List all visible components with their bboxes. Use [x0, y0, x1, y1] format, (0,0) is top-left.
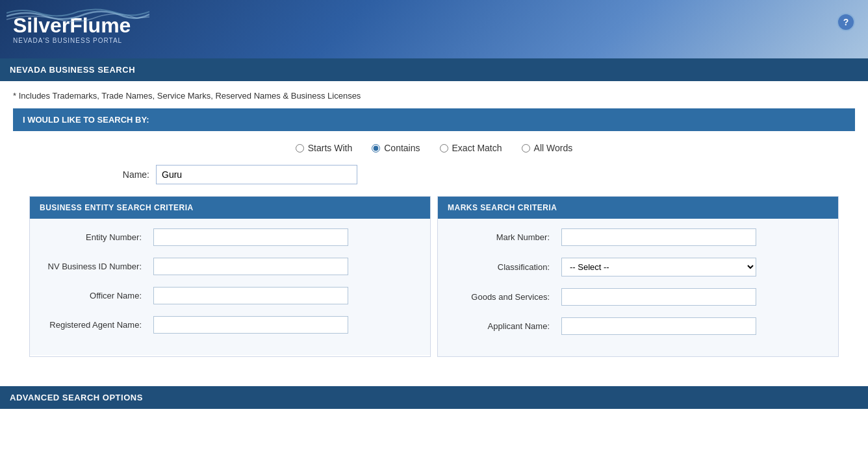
- name-label: Name:: [117, 169, 149, 180]
- registered-agent-label: Registered Agent Name:: [36, 320, 147, 330]
- marks-criteria-body: Mark Number: Classification: -- Select -…: [438, 219, 838, 356]
- criteria-row: BUSINESS ENTITY SEARCH CRITERIA Entity N…: [13, 196, 855, 370]
- classification-label: Classification:: [444, 262, 555, 272]
- nevada-business-search-header: NEVADA BUSINESS SEARCH: [0, 58, 868, 81]
- search-container: * Includes Trademarks, Trade Names, Serv…: [0, 81, 868, 380]
- entity-number-row: Entity Number:: [36, 228, 424, 246]
- entity-number-input[interactable]: [153, 228, 348, 246]
- help-icon[interactable]: ?: [837, 13, 855, 31]
- radio-all-words-input[interactable]: [522, 144, 530, 153]
- registered-agent-row: Registered Agent Name:: [36, 316, 424, 334]
- search-options-row: Starts With Contains Exact Match All Wor…: [13, 131, 855, 160]
- nv-business-id-input[interactable]: [153, 258, 348, 275]
- entity-number-label: Entity Number:: [36, 232, 147, 242]
- officer-name-label: Officer Name:: [36, 291, 147, 300]
- officer-name-row: Officer Name:: [36, 287, 424, 304]
- radio-starts-with[interactable]: Starts With: [296, 143, 352, 153]
- nv-business-id-row: NV Business ID Number:: [36, 258, 424, 275]
- radio-contains-input[interactable]: [372, 144, 380, 153]
- goods-services-input[interactable]: [561, 288, 756, 306]
- radio-starts-with-input[interactable]: [296, 144, 304, 153]
- classification-select[interactable]: -- Select --: [561, 258, 756, 276]
- radio-all-words[interactable]: All Words: [522, 143, 573, 153]
- classification-row: Classification: -- Select --: [444, 258, 832, 276]
- name-row: Name:: [13, 160, 855, 196]
- nv-business-id-label: NV Business ID Number:: [36, 262, 147, 271]
- goods-services-label: Goods and Services:: [444, 292, 555, 302]
- radio-exact-match-label: Exact Match: [452, 143, 502, 153]
- radio-starts-with-label: Starts With: [308, 143, 352, 153]
- radio-contains-label: Contains: [384, 143, 420, 153]
- header: SilverFlume Nevada's Business Portal ?: [0, 0, 868, 58]
- marks-criteria-header: MARKS SEARCH CRITERIA: [438, 197, 838, 219]
- radio-contains[interactable]: Contains: [372, 143, 420, 153]
- applicant-name-row: Applicant Name:: [444, 317, 832, 335]
- registered-agent-input[interactable]: [153, 316, 348, 334]
- logo-subtitle: Nevada's Business Portal: [13, 37, 131, 44]
- includes-text: * Includes Trademarks, Trade Names, Serv…: [13, 91, 855, 101]
- search-method-header: I WOULD LIKE TO SEARCH BY:: [13, 108, 855, 131]
- marks-criteria-panel: MARKS SEARCH CRITERIA Mark Number: Class…: [437, 196, 839, 357]
- officer-name-input[interactable]: [153, 287, 348, 304]
- name-input[interactable]: [156, 165, 357, 184]
- applicant-name-label: Applicant Name:: [444, 321, 555, 331]
- applicant-name-input[interactable]: [561, 317, 756, 335]
- mark-number-label: Mark Number:: [444, 232, 555, 242]
- mark-number-input[interactable]: [561, 228, 756, 246]
- radio-exact-match-input[interactable]: [440, 144, 448, 153]
- business-entity-body: Entity Number: NV Business ID Number: Of…: [30, 219, 430, 355]
- business-entity-panel: BUSINESS ENTITY SEARCH CRITERIA Entity N…: [29, 196, 431, 357]
- main-content: NEVADA BUSINESS SEARCH * Includes Tradem…: [0, 58, 868, 466]
- goods-services-row: Goods and Services:: [444, 288, 832, 306]
- business-entity-header: BUSINESS ENTITY SEARCH CRITERIA: [30, 197, 430, 219]
- advanced-search-header: ADVANCED SEARCH OPTIONS: [0, 386, 868, 409]
- mark-number-row: Mark Number:: [444, 228, 832, 246]
- radio-all-words-label: All Words: [534, 143, 573, 153]
- radio-exact-match[interactable]: Exact Match: [440, 143, 502, 153]
